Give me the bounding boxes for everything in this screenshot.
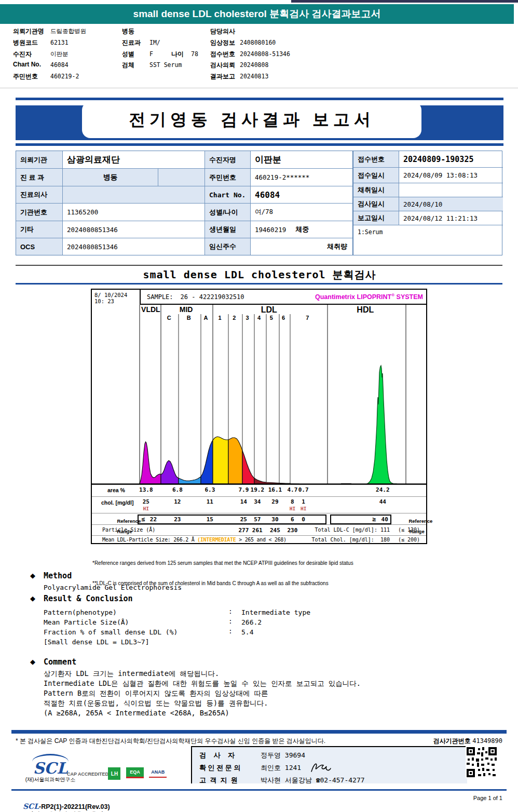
area-value: 24.2 bbox=[376, 486, 390, 493]
staff-block: 검 사 자 정두영 39694 확 인 전 문 의 최인호 1241 고 객 지… bbox=[191, 746, 467, 783]
top-edge-strip bbox=[291, 0, 518, 3]
field-value: 78 bbox=[191, 50, 198, 58]
area-value: 0.7 bbox=[298, 486, 309, 493]
info-value: 2024080851346 bbox=[63, 221, 205, 238]
chol-value: 34 bbox=[254, 498, 261, 505]
comment-line: 상기환자 LDL 크기는 intermediate에 해당됩니다. bbox=[44, 669, 361, 679]
result-colon: : bbox=[228, 617, 233, 625]
info-label: 기관번호 bbox=[16, 204, 63, 221]
comment-body: 상기환자 LDL 크기는 intermediate에 해당됩니다. Interm… bbox=[44, 669, 361, 718]
peak-vldl bbox=[140, 442, 161, 484]
accreditation-logos: CAP ACCREDITED LH EQA ANAB bbox=[73, 767, 170, 781]
org-number: 검사기관번호 41349890 bbox=[433, 737, 502, 746]
staff-row: 확 인 전 문 의 최인호 1241 bbox=[199, 761, 467, 775]
chol-value: 29 bbox=[271, 498, 278, 505]
banner-title: 전기영동 검사결과 보고서 bbox=[129, 109, 375, 131]
diamond-bullet-icon: ◆ bbox=[30, 594, 35, 602]
band-gridlines bbox=[140, 305, 406, 484]
ref-hdl-value: 40 bbox=[381, 516, 388, 523]
weight-label: 체중 bbox=[295, 225, 309, 234]
chart-sample-row: SAMPLE: 26 - 422219032510 Quantimetrix L… bbox=[140, 290, 426, 305]
info-table-right: 접수번호 20240809-190325 접수일시 2024/08/09 13:… bbox=[353, 151, 502, 255]
staff-row: 검 사 자 정두영 39694 bbox=[199, 750, 467, 761]
info-label: 접수일시 bbox=[353, 168, 399, 183]
result-note: [Small dense LDL = LDL3~7] bbox=[44, 638, 149, 646]
reference-row: Reference Range ≤ 22 23 15 25 57 30 6 0 … bbox=[92, 513, 426, 525]
peak-mid-b bbox=[179, 477, 201, 484]
staff-row: 고 객 지 원 박사현 서울강남 ☎02-457-4277 bbox=[199, 775, 467, 786]
banner-top-rule bbox=[16, 98, 503, 100]
particle-row-label: Particle-Size (Å) bbox=[102, 527, 155, 533]
lipoprint-chart: 8/ 10/2024 10: 23 SAMPLE: 26 - 422219032… bbox=[91, 289, 427, 544]
info-label: 검사일시 bbox=[353, 197, 399, 211]
chol-value: 12 bbox=[174, 498, 181, 505]
result-value: 5.4 bbox=[241, 628, 253, 636]
info-value: 2024/08/09 13:08:13 bbox=[399, 168, 503, 183]
hi-flag: HI bbox=[290, 506, 295, 511]
section-rule-top bbox=[16, 265, 502, 266]
info-value: 11365200 bbox=[63, 204, 205, 221]
ref-value: 0 bbox=[302, 516, 305, 523]
info-value: 2024/08/12 11:21:13 bbox=[399, 211, 503, 225]
footnote-1: *Reference ranges derived from 125 serum… bbox=[92, 560, 353, 566]
footer-doc-code: -RP2(1)-202211(Rev.03) bbox=[39, 803, 110, 810]
field-value: 드림종합병원 bbox=[50, 28, 86, 35]
ref-value: 23 bbox=[174, 516, 181, 523]
area-value: 4.7 bbox=[287, 486, 297, 493]
hi-flag: HI bbox=[143, 506, 149, 511]
field-label: 수진자 bbox=[13, 50, 32, 59]
report-title-bar: small dense LDL cholesterol 분획검사 검사결과보고서 bbox=[0, 4, 514, 24]
chart-time: 10: 23 bbox=[94, 298, 127, 304]
info-label: 채취일시 bbox=[353, 183, 399, 197]
peak-mid-a bbox=[201, 440, 213, 484]
field-value: SST Serum bbox=[149, 61, 182, 69]
serum-note: 1:Serum bbox=[358, 228, 383, 236]
sample-label: SAMPLE: bbox=[147, 293, 173, 301]
peak-mid-c bbox=[161, 461, 179, 484]
chol-value: 14 bbox=[240, 498, 247, 505]
ref-value: 6 bbox=[291, 516, 294, 523]
chol-value: 44 bbox=[379, 498, 386, 505]
info-label: 의뢰기관 bbox=[16, 151, 63, 169]
field-label: 병동 bbox=[122, 27, 134, 36]
ge-icon: ≥ bbox=[372, 516, 376, 523]
anab-logo: ANAB bbox=[149, 767, 167, 778]
field-label: 성별 bbox=[122, 50, 134, 59]
mean-range: > 265 and < 268) bbox=[239, 537, 287, 543]
sample-value: 26 - 422219032510 bbox=[181, 293, 244, 301]
brand-text: Quantimetrix LIPOPRINT bbox=[315, 293, 391, 301]
field-label: 진료과 bbox=[122, 38, 141, 47]
field-value: 20240808-51346 bbox=[240, 50, 290, 58]
peak-ldl3 bbox=[242, 451, 254, 484]
particle-row: Particle-Size (Å) 277 261 245 230 Total … bbox=[92, 524, 426, 536]
comment-line: 적절한 치료(운동요법, 식이요법 또는 약물요법 등)를 권유합니다. bbox=[44, 698, 361, 708]
field-label: 병원코드 bbox=[13, 38, 38, 47]
result-colon: : bbox=[228, 627, 233, 635]
chart-stats: area % 13.8 6.8 6.3 7.9 19.2 16.1 4.7 0.… bbox=[92, 484, 426, 543]
field-value: 2408080160 bbox=[240, 39, 276, 46]
result-label: Fraction % of small dense LDL (%) bbox=[44, 628, 178, 636]
field-label: 나이 bbox=[171, 50, 184, 59]
field-label: 접수번호 bbox=[210, 50, 235, 59]
area-value: 7.9 bbox=[238, 486, 249, 493]
area-value: 6.3 bbox=[205, 486, 215, 493]
footer-scl: SCL bbox=[23, 802, 39, 810]
info-value: 2024080851346 bbox=[63, 238, 205, 255]
chol-value: 25 bbox=[143, 498, 149, 505]
banner-bottom-rule bbox=[16, 143, 503, 146]
staff-label: 고 객 지 원 bbox=[199, 775, 261, 786]
info-value bbox=[63, 186, 205, 204]
total-ldl-c: Total LDL-C [mg/dl]: 111 bbox=[315, 527, 390, 533]
footer-bottom-rule bbox=[11, 789, 507, 791]
info-label: 수진자명 bbox=[205, 151, 251, 169]
peak-hdl bbox=[367, 366, 397, 484]
cap-logo: CAP ACCREDITED bbox=[73, 767, 103, 781]
mean-label: Mean LDL-Particle Size: bbox=[102, 537, 171, 543]
info-label: Chart No. bbox=[205, 186, 251, 204]
collection-amount-label: 채취량 bbox=[327, 242, 347, 251]
info-value: 460219-2****** bbox=[251, 169, 352, 186]
footer-top-bar bbox=[11, 730, 507, 734]
report-title: small dense LDL cholesterol 분획검사 검사결과보고서 bbox=[133, 7, 381, 21]
field-value: 62131 bbox=[50, 39, 69, 46]
total-ldl-c-ref: (≤ 130) bbox=[394, 527, 424, 533]
